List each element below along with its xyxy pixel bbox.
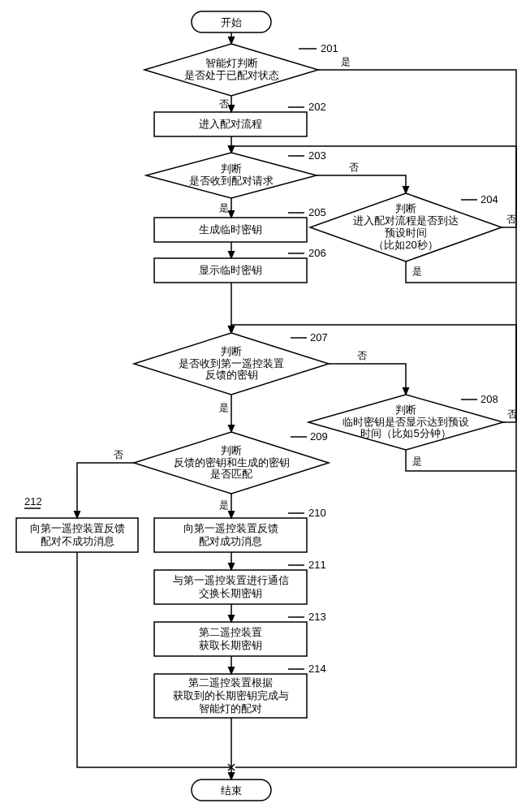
step-number: 208 — [480, 393, 498, 405]
decision-207-label: 判断是否收到第一遥控装置反馈的密钥 — [158, 343, 304, 385]
edge-label-no: 否 — [506, 214, 516, 225]
process-214: 第二遥控装置根据获取到的长期密钥完成与智能灯的配对 — [154, 674, 307, 718]
edge-label-no: 否 — [114, 449, 123, 460]
decision-204: 判断进入配对流程是否到达预设时间（比如20秒） — [310, 193, 502, 261]
decision-209: 判断反馈的密钥和生成的密钥是否匹配 — [134, 432, 329, 494]
process-210: 向第一遥控装置反馈配对成功消息 — [154, 518, 307, 552]
step-number: 207 — [310, 331, 328, 343]
decision-209-label: 判断反馈的密钥和生成的密钥是否匹配 — [158, 442, 304, 484]
start-terminator: 开始 — [192, 11, 271, 32]
step-number: 201 — [321, 42, 338, 54]
process-206-label: 显示临时密钥 — [154, 258, 307, 283]
process-212-label: 向第一遥控装置反馈配对不成功消息 — [16, 518, 138, 552]
decision-204-label: 判断进入配对流程是否到达预设时间（比如20秒） — [333, 201, 479, 253]
end-label: 结束 — [221, 784, 242, 797]
process-213: 第二遥控装置获取长期密钥 — [154, 622, 307, 656]
decision-203-label: 判断是否收到配对请求 — [162, 158, 300, 193]
edge-label-yes: 是 — [412, 456, 422, 467]
edge-label-no: 否 — [357, 350, 367, 361]
decision-203: 判断是否收到配对请求 — [146, 153, 317, 198]
decision-201-label: 智能灯判断是否处于已配对状态 — [158, 49, 304, 91]
decision-208: 判断临时密钥是否显示达到预设时间（比如5分钟） — [308, 395, 503, 450]
edge-label-yes: 是 — [219, 499, 229, 511]
step-number: 203 — [308, 149, 326, 162]
process-212: 向第一遥控装置反馈配对不成功消息 — [16, 518, 138, 552]
step-number: 209 — [310, 430, 328, 443]
process-205: 生成临时密钥 — [154, 218, 307, 242]
process-211: 与第一遥控装置进行通信交换长期密钥 — [154, 570, 307, 604]
process-206: 显示临时密钥 — [154, 258, 307, 283]
decision-207: 判断是否收到第一遥控装置反馈的密钥 — [134, 333, 329, 395]
end-terminator: 结束 — [192, 780, 271, 801]
step-number: 210 — [308, 507, 326, 519]
flowchart: 开始 结束 智能灯判断是否处于已配对状态 201 进入配对流程 202 判断是否… — [0, 0, 530, 812]
edge-label-yes: 是 — [219, 202, 229, 214]
edge-label-no: 否 — [219, 98, 229, 110]
edge-label-no: 否 — [349, 162, 359, 173]
process-210-label: 向第一遥控装置反馈配对成功消息 — [154, 518, 307, 552]
edge-label-yes: 是 — [412, 266, 422, 277]
process-202-label: 进入配对流程 — [154, 112, 307, 136]
decision-201: 智能灯判断是否处于已配对状态 — [144, 44, 318, 96]
start-label: 开始 — [221, 16, 242, 28]
process-211-label: 与第一遥控装置进行通信交换长期密钥 — [154, 570, 307, 604]
step-number: 212 — [24, 495, 42, 508]
step-number: 205 — [308, 206, 326, 218]
step-number: 206 — [308, 247, 326, 259]
step-number: 214 — [308, 663, 326, 675]
step-number: 202 — [308, 101, 326, 113]
edge-label-yes: 是 — [219, 402, 229, 413]
process-214-label: 第二遥控装置根据获取到的长期密钥完成与智能灯的配对 — [154, 674, 307, 718]
edge-label-no: 否 — [507, 408, 517, 420]
step-number: 211 — [308, 559, 326, 571]
process-213-label: 第二遥控装置获取长期密钥 — [154, 622, 307, 656]
step-number: 204 — [480, 193, 498, 205]
decision-208-label: 判断临时密钥是否显示达到预设时间（比如5分钟） — [331, 403, 480, 442]
step-number: 213 — [308, 611, 326, 623]
process-205-label: 生成临时密钥 — [154, 218, 307, 242]
edge-label-yes: 是 — [341, 56, 351, 67]
process-202: 进入配对流程 — [154, 112, 307, 136]
